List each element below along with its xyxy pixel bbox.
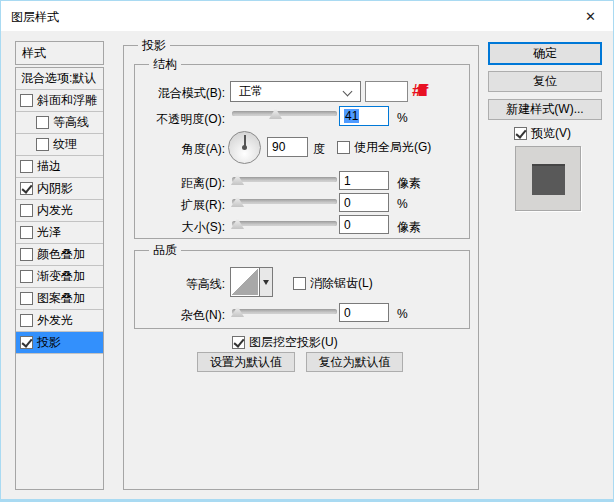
dialog-title: 图层样式 [11,9,59,26]
opacity-slider[interactable] [232,111,337,116]
reset-default-button[interactable]: 复位为默认值 [306,352,403,372]
shadow-color-swatch[interactable] [365,81,408,102]
global-light-checkbox[interactable] [337,141,350,154]
spread-slider-thumb[interactable] [231,196,244,207]
effect-checkbox[interactable] [20,336,33,349]
sidebar-item[interactable]: 斜面和浮雕 [16,90,103,112]
linear-contour-icon [232,269,258,295]
effect-checkbox[interactable] [36,138,49,151]
distance-unit: 像素 [397,175,421,192]
sidebar-item-label: 混合选项:默认 [21,70,96,87]
sidebar-item[interactable]: 渐变叠加 [16,266,103,288]
noise-slider[interactable] [232,309,337,314]
blend-mode-dropdown[interactable]: 正常 [230,81,361,102]
sidebar-styles-label: 样式 [22,45,46,62]
size-input[interactable]: 0 [339,215,389,234]
effect-checkbox[interactable] [20,204,33,217]
reset-default-label: 复位为默认值 [319,354,391,371]
effect-checkbox[interactable] [20,314,33,327]
sidebar-item[interactable]: 混合选项:默认 [16,68,103,90]
sidebar-item[interactable]: 内阴影 [16,178,103,200]
new-style-label: 新建样式(W)... [506,101,583,118]
reset-button[interactable]: 复位 [488,71,602,92]
sidebar-item-label: 光泽 [37,224,61,241]
sidebar-item-label: 图案叠加 [37,290,85,307]
structure-groupbox: 结构 混合模式(B): 正常 #ffffff 不透明度(O): 41 % 角度(… [134,64,470,239]
distance-slider-thumb[interactable] [231,174,244,185]
contour-thumbnail[interactable] [230,267,260,297]
sidebar-item-label: 斜面和浮雕 [37,92,97,109]
angle-input[interactable]: 90 [267,137,308,157]
preview-thumbnail [515,146,581,211]
quality-groupbox: 品质 等高线: 消除锯齿(L) 杂色(N): 0 % [134,250,470,329]
noise-value: 0 [344,306,351,320]
sidebar-item[interactable]: 颜色叠加 [16,244,103,266]
noise-slider-thumb[interactable] [231,306,244,317]
opacity-input[interactable]: 41 [339,106,389,126]
angle-unit: 度 [313,141,325,158]
antialias-checkbox[interactable] [293,277,306,290]
spread-label: 扩展(R): [135,197,225,214]
effect-checkbox[interactable] [20,270,33,283]
effect-checkbox[interactable] [20,160,33,173]
close-icon[interactable]: ✕ [568,1,613,31]
opacity-unit: % [397,111,408,125]
sidebar-item-label: 外发光 [37,312,73,329]
noise-input[interactable]: 0 [339,303,389,322]
angle-dial[interactable] [228,131,261,164]
sidebar-item[interactable]: 外发光 [16,310,103,332]
sidebar-item-label: 颜色叠加 [37,246,85,263]
sidebar-item[interactable]: 等高线 [16,112,103,134]
size-value: 0 [344,218,351,232]
size-unit: 像素 [397,219,421,236]
size-slider-thumb[interactable] [231,218,244,229]
sidebar-item[interactable]: 光泽 [16,222,103,244]
effect-checkbox[interactable] [20,226,33,239]
effect-checkbox[interactable] [36,116,49,129]
sidebar-item[interactable]: 内发光 [16,200,103,222]
angle-label: 角度(A): [135,141,225,158]
sidebar-item[interactable]: 纹理 [16,134,103,156]
title-bar: 图层样式 ✕ [1,1,613,31]
sidebar-item-label: 投影 [37,334,61,351]
make-default-label: 设置为默认值 [210,354,282,371]
sidebar-item-label: 内阴影 [37,180,73,197]
effect-checkbox[interactable] [20,248,33,261]
sidebar-item[interactable]: 图案叠加 [16,288,103,310]
sidebar-styles-header[interactable]: 样式 [15,41,104,65]
new-style-button[interactable]: 新建样式(W)... [488,99,602,120]
distance-slider[interactable] [232,177,337,182]
effect-checkbox[interactable] [20,292,33,305]
knockout-row: 图层挖空投影(U) [232,334,338,351]
sidebar-item-label: 内发光 [37,202,73,219]
spread-value: 0 [344,196,351,210]
distance-input[interactable]: 1 [339,171,389,190]
blend-mode-label: 混合模式(B): [135,85,225,102]
ok-button[interactable]: 确定 [488,42,602,65]
effect-checkbox[interactable] [20,94,33,107]
opacity-label: 不透明度(O): [135,111,225,128]
sidebar-item-label: 渐变叠加 [37,268,85,285]
effect-checkbox[interactable] [20,182,33,195]
opacity-slider-thumb[interactable] [269,108,282,119]
sidebar-item[interactable]: 投影 [16,332,103,354]
size-slider[interactable] [232,221,337,226]
quality-group-title: 品质 [149,243,181,257]
distance-value: 1 [344,174,351,188]
preview-checkbox[interactable] [514,127,527,140]
preview-shadow-square [532,164,565,195]
contour-dropdown-arrow[interactable] [260,267,273,297]
spread-input[interactable]: 0 [339,193,389,212]
preview-row: 预览(V) [514,125,571,142]
spread-slider[interactable] [232,199,337,204]
arrow-down-icon [263,280,269,285]
noise-unit: % [397,307,408,321]
knockout-label: 图层挖空投影(U) [249,334,338,351]
preview-label: 预览(V) [531,125,571,142]
knockout-checkbox[interactable] [232,336,245,349]
sidebar-item[interactable]: 描边 [16,156,103,178]
make-default-button[interactable]: 设置为默认值 [197,352,295,372]
layer-style-dialog: 图层样式 ✕ 样式 混合选项:默认斜面和浮雕等高线纹理描边内阴影内发光光泽颜色叠… [0,0,614,502]
structure-group-title: 结构 [149,57,181,71]
sidebar-item-label: 纹理 [53,136,77,153]
